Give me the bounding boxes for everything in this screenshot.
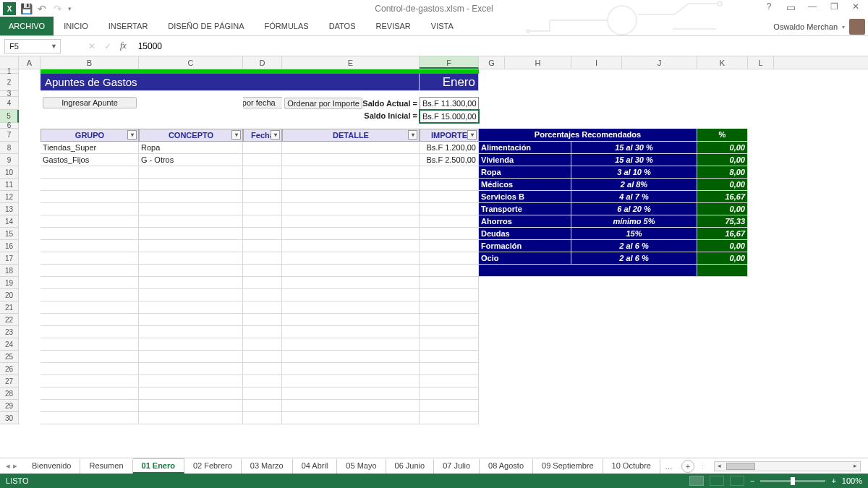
empty-cell[interactable] xyxy=(420,252,479,265)
empty-cell[interactable] xyxy=(420,388,479,400)
sheet-tab[interactable]: 06 Junio xyxy=(386,459,435,474)
empty-cell[interactable] xyxy=(420,215,479,228)
empty-cell[interactable] xyxy=(420,301,479,314)
column-header[interactable]: E xyxy=(282,56,420,69)
empty-cell[interactable] xyxy=(420,326,479,338)
empty-cell[interactable] xyxy=(139,228,243,240)
ribbon-tab[interactable]: VISTA xyxy=(421,17,464,35)
empty-cell[interactable] xyxy=(282,203,420,215)
col-concepto[interactable]: CONCEPTO▾ xyxy=(139,129,243,142)
empty-cell[interactable] xyxy=(282,375,420,388)
empty-cell[interactable] xyxy=(41,179,139,191)
empty-cell[interactable] xyxy=(41,326,139,338)
empty-cell[interactable] xyxy=(139,388,243,400)
empty-cell[interactable] xyxy=(282,326,420,338)
column-header[interactable]: L xyxy=(748,56,774,69)
sheet-tab[interactable]: 03 Marzo xyxy=(242,459,293,474)
empty-cell[interactable] xyxy=(139,240,243,252)
entry-grupo[interactable]: Tiendas_Super xyxy=(41,142,139,154)
column-header[interactable]: D xyxy=(243,56,282,69)
empty-cell[interactable] xyxy=(139,363,243,375)
saldo-inicial-value[interactable]: Bs.F 15.000,00 xyxy=(420,110,479,123)
empty-cell[interactable] xyxy=(243,252,282,265)
empty-cell[interactable] xyxy=(41,412,139,424)
empty-cell[interactable] xyxy=(243,277,282,289)
fx-icon[interactable]: fx xyxy=(120,40,127,51)
column-header[interactable]: K xyxy=(697,56,748,69)
col-grupo[interactable]: GRUPO▾ xyxy=(41,129,139,142)
empty-cell[interactable] xyxy=(243,203,282,215)
empty-cell[interactable] xyxy=(243,363,282,375)
ribbon-tab[interactable]: FÓRMULAS xyxy=(255,17,319,35)
ingresar-apunte-button[interactable]: Ingresar Apunte xyxy=(43,97,137,108)
empty-cell[interactable] xyxy=(139,252,243,265)
sheet-tab[interactable]: 01 Enero xyxy=(133,458,184,474)
view-normal-icon[interactable] xyxy=(689,476,704,486)
empty-cell[interactable] xyxy=(420,179,479,191)
row-header[interactable]: 3 xyxy=(0,91,19,97)
row-header[interactable]: 20 xyxy=(0,289,19,301)
empty-cell[interactable] xyxy=(243,301,282,314)
scroll-left-icon[interactable]: ◂ xyxy=(715,462,725,471)
empty-cell[interactable] xyxy=(243,228,282,240)
col-importe[interactable]: IMPORTE▾ xyxy=(420,129,479,142)
row-header[interactable]: 4 xyxy=(0,97,19,110)
row-header[interactable]: 7 xyxy=(0,129,19,142)
row-header[interactable]: 18 xyxy=(0,265,19,277)
empty-cell[interactable] xyxy=(243,289,282,301)
sheet-tab[interactable]: 02 Febrero xyxy=(184,459,242,474)
column-header[interactable]: B xyxy=(41,56,139,69)
sheet-tab[interactable]: 04 Abril xyxy=(293,459,338,474)
empty-cell[interactable] xyxy=(41,228,139,240)
entry-importe[interactable]: Bs.F 2.500,00 xyxy=(420,154,479,166)
entry-importe[interactable]: Bs.F 1.200,00 xyxy=(420,142,479,154)
row-header[interactable]: 15 xyxy=(0,228,19,240)
empty-cell[interactable] xyxy=(139,179,243,191)
empty-cell[interactable] xyxy=(41,351,139,363)
entry-concepto[interactable]: G - Otros xyxy=(139,154,243,166)
ribbon-tab[interactable]: INICIO xyxy=(54,17,98,35)
empty-cell[interactable] xyxy=(243,388,282,400)
empty-cell[interactable] xyxy=(243,215,282,228)
column-header[interactable]: J xyxy=(622,56,697,69)
empty-cell[interactable] xyxy=(420,314,479,326)
row-header[interactable]: 23 xyxy=(0,326,19,338)
formula-input[interactable] xyxy=(132,39,868,53)
sheet-tab[interactable]: 05 Mayo xyxy=(337,459,386,474)
new-sheet-button[interactable]: + xyxy=(681,460,694,473)
ordenar-fecha-button[interactable]: Ordenar por fecha xyxy=(243,97,282,108)
empty-cell[interactable] xyxy=(139,314,243,326)
entry-grupo[interactable]: Gastos_Fijos xyxy=(41,154,139,166)
empty-cell[interactable] xyxy=(420,277,479,289)
empty-cell[interactable] xyxy=(139,277,243,289)
empty-cell[interactable] xyxy=(282,314,420,326)
empty-cell[interactable] xyxy=(41,375,139,388)
scroll-right-icon[interactable]: ▸ xyxy=(850,462,860,471)
row-header[interactable]: 6 xyxy=(0,123,19,129)
sheet-nav-prev-icon[interactable]: ◂ xyxy=(6,461,10,471)
row-header[interactable]: 19 xyxy=(0,277,19,289)
entry-concepto[interactable]: Ropa xyxy=(139,142,243,154)
filter-dropdown-icon[interactable]: ▾ xyxy=(408,130,417,140)
column-header[interactable]: H xyxy=(505,56,571,69)
empty-cell[interactable] xyxy=(282,412,420,424)
empty-cell[interactable] xyxy=(420,191,479,203)
row-header[interactable]: 16 xyxy=(0,240,19,252)
row-header[interactable]: 26 xyxy=(0,363,19,375)
empty-cell[interactable] xyxy=(139,203,243,215)
sheet-tab[interactable]: 07 Julio xyxy=(434,459,480,474)
empty-cell[interactable] xyxy=(282,166,420,179)
empty-cell[interactable] xyxy=(41,400,139,412)
sheet-tab[interactable]: 10 Octubre xyxy=(603,459,660,474)
empty-cell[interactable] xyxy=(243,412,282,424)
filter-dropdown-icon[interactable]: ▾ xyxy=(467,130,477,140)
col-fecha[interactable]: Fecha▾ xyxy=(243,129,282,142)
empty-cell[interactable] xyxy=(41,191,139,203)
restore-icon[interactable]: ❐ xyxy=(825,1,843,16)
empty-cell[interactable] xyxy=(282,301,420,314)
empty-cell[interactable] xyxy=(139,351,243,363)
cancel-formula-icon[interactable]: ✕ xyxy=(88,41,95,51)
sheet-tab[interactable]: Resumen xyxy=(80,459,132,474)
empty-cell[interactable] xyxy=(420,265,479,277)
empty-cell[interactable] xyxy=(139,191,243,203)
